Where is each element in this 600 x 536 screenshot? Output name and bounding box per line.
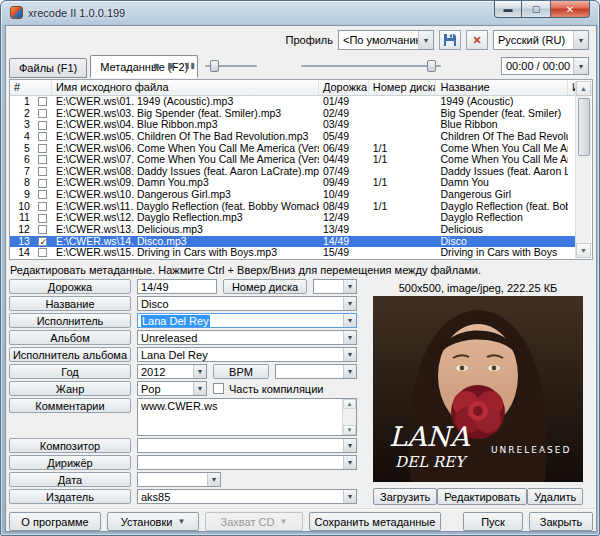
chevron-down-icon[interactable]: ▾: [573, 58, 588, 74]
table-row[interactable]: 4 E:\CWER.ws\05. Children Of The Bad Rev…: [10, 131, 576, 143]
album-input[interactable]: Unreleased▾: [137, 330, 357, 345]
row-checkbox-cell[interactable]: [34, 247, 52, 259]
delete-profile-button[interactable]: ✕: [466, 30, 488, 50]
row-checkbox[interactable]: [38, 121, 47, 130]
row-checkbox-cell[interactable]: [34, 119, 52, 131]
slider-thumb[interactable]: [210, 60, 219, 72]
chevron-down-icon[interactable]: ▾: [343, 348, 356, 361]
disc-label-button[interactable]: Номер диска: [223, 279, 307, 294]
row-checkbox[interactable]: [38, 132, 47, 141]
date-input[interactable]: ▾: [137, 472, 221, 487]
table-row[interactable]: 6 E:\CWER.ws\07. Come When You Call Me A…: [10, 154, 576, 166]
table-row[interactable]: 7 E:\CWER.ws\08. Daddy Issues (feat. Aar…: [10, 166, 576, 178]
table-row[interactable]: 8 E:\CWER.ws\09. Damn You.mp3 09/49 1/1 …: [10, 177, 576, 189]
table-row[interactable]: 11 E:\CWER.ws\12. Dayglo Reflection.mp3 …: [10, 212, 576, 224]
row-checkbox[interactable]: [38, 167, 47, 176]
comments-textarea[interactable]: www.CWER.ws ▲▼: [137, 398, 357, 436]
row-checkbox[interactable]: [38, 237, 47, 246]
comments-scrollbar[interactable]: ▲▼: [342, 399, 356, 435]
chevron-down-icon[interactable]: ▾: [343, 490, 356, 503]
row-checkbox[interactable]: [38, 155, 47, 164]
seek-slider[interactable]: [205, 58, 257, 74]
row-checkbox-cell[interactable]: [34, 212, 52, 224]
row-checkbox[interactable]: [38, 248, 47, 257]
album-label-button[interactable]: Альбом: [9, 330, 131, 345]
cover-load-button[interactable]: Загрузить: [373, 488, 437, 505]
cover-edit-button[interactable]: Редактировать: [437, 488, 527, 505]
table-row[interactable]: 3 E:\CWER.ws\04. Blue Ribbon.mp3 03/49 B…: [10, 119, 576, 131]
row-checkbox[interactable]: [38, 97, 47, 106]
artist-label-button[interactable]: Исполнитель: [9, 313, 131, 328]
maximize-button[interactable]: ▢: [522, 1, 550, 18]
minimize-button[interactable]: ▬: [494, 1, 522, 18]
chevron-down-icon[interactable]: ▾: [418, 31, 433, 49]
chevron-down-icon[interactable]: ▾: [193, 382, 206, 395]
close-window-button[interactable]: Закрыть: [529, 512, 593, 531]
time-display-combo[interactable]: 00:00 / 00:00 ▾: [501, 57, 589, 75]
chevron-down-icon[interactable]: ▾: [343, 456, 356, 469]
about-button[interactable]: О программе: [9, 512, 101, 531]
row-checkbox-cell[interactable]: [34, 143, 52, 155]
publisher-input[interactable]: aks85▾: [137, 489, 357, 504]
table-scrollbar[interactable]: ▲ ▼: [575, 81, 591, 258]
close-button[interactable]: ✕: [550, 1, 590, 18]
compilation-checkbox[interactable]: [213, 383, 224, 394]
conductor-label-button[interactable]: Дирижёр: [9, 455, 131, 470]
save-metadata-button[interactable]: Сохранить метаданные: [309, 512, 441, 531]
date-label-button[interactable]: Дата: [9, 472, 131, 487]
chevron-down-icon[interactable]: ▾: [343, 297, 356, 310]
chevron-down-icon[interactable]: ▼: [177, 517, 185, 526]
slider-thumb[interactable]: [427, 60, 436, 72]
title-label-button[interactable]: Название: [9, 296, 131, 311]
table-row[interactable]: 12 E:\CWER.ws\13. Delicious.mp3 13/49 De…: [10, 224, 576, 236]
row-checkbox-cell[interactable]: [34, 236, 52, 248]
pause-button[interactable]: ▮▮: [185, 58, 196, 74]
genre-label-button[interactable]: Жанр: [9, 381, 131, 396]
row-checkbox[interactable]: [38, 179, 47, 188]
row-checkbox-cell[interactable]: [34, 177, 52, 189]
table-row[interactable]: 2 E:\CWER.ws\03. Big Spender (feat. Smil…: [10, 108, 576, 120]
play-button[interactable]: ▶: [168, 58, 176, 74]
row-checkbox[interactable]: [38, 225, 47, 234]
row-checkbox[interactable]: [38, 214, 47, 223]
row-checkbox-cell[interactable]: [34, 154, 52, 166]
chevron-down-icon[interactable]: ▾: [193, 365, 206, 378]
tab-files[interactable]: Файлы (F1): [9, 58, 87, 78]
table-row[interactable]: 5 E:\CWER.ws\06. Come When You Call Me A…: [10, 143, 576, 155]
publisher-label-button[interactable]: Издатель: [9, 489, 131, 504]
title-input[interactable]: Disco▾: [137, 296, 357, 311]
album-artist-label-button[interactable]: Исполнитель альбома: [9, 347, 131, 362]
settings-button[interactable]: Установки▼: [107, 512, 199, 531]
header-number[interactable]: #: [10, 80, 52, 95]
composer-input[interactable]: ▾: [137, 438, 357, 453]
table-row[interactable]: 1 E:\CWER.ws\01. 1949 (Acoustic).mp3 01/…: [10, 96, 576, 108]
header-track[interactable]: Дорожка: [319, 80, 369, 95]
header-file[interactable]: Имя исходного файла: [52, 80, 319, 95]
artist-input[interactable]: Lana Del Rey▾: [137, 313, 357, 328]
save-profile-button[interactable]: [439, 30, 461, 50]
row-checkbox-cell[interactable]: [34, 201, 52, 213]
row-checkbox[interactable]: [38, 190, 47, 199]
album-artist-input[interactable]: Lana Del Rey▾: [137, 347, 357, 362]
year-input[interactable]: 2012▾: [137, 364, 207, 379]
profile-combo[interactable]: <По умолчанию> ▾: [338, 30, 434, 50]
bpm-input[interactable]: ▾: [275, 364, 357, 379]
row-checkbox-cell[interactable]: [34, 166, 52, 178]
row-checkbox-cell[interactable]: [34, 224, 52, 236]
row-checkbox-cell[interactable]: [34, 189, 52, 201]
header-disc[interactable]: Номер диска: [369, 80, 437, 95]
track-label-button[interactable]: Дорожка: [9, 279, 131, 294]
row-checkbox[interactable]: [38, 202, 47, 211]
scroll-down-icon[interactable]: ▼: [343, 425, 356, 435]
chevron-down-icon[interactable]: ▾: [343, 365, 356, 378]
track-input[interactable]: 14/49: [137, 279, 217, 294]
table-row[interactable]: 9 E:\CWER.ws\10. Dangerous Girl.mp3 10/4…: [10, 189, 576, 201]
chevron-down-icon[interactable]: ▾: [343, 314, 356, 327]
scroll-down-icon[interactable]: ▼: [576, 243, 591, 258]
start-button[interactable]: Пуск: [463, 512, 523, 531]
language-combo[interactable]: Русский (RU) ▾: [493, 30, 589, 50]
chevron-down-icon[interactable]: ▾: [573, 31, 588, 49]
table-row[interactable]: 14 E:\CWER.ws\15. Driving in Cars with B…: [10, 247, 576, 259]
comments-label-button[interactable]: Комментарии: [9, 398, 131, 413]
chevron-down-icon[interactable]: ▾: [207, 473, 220, 486]
